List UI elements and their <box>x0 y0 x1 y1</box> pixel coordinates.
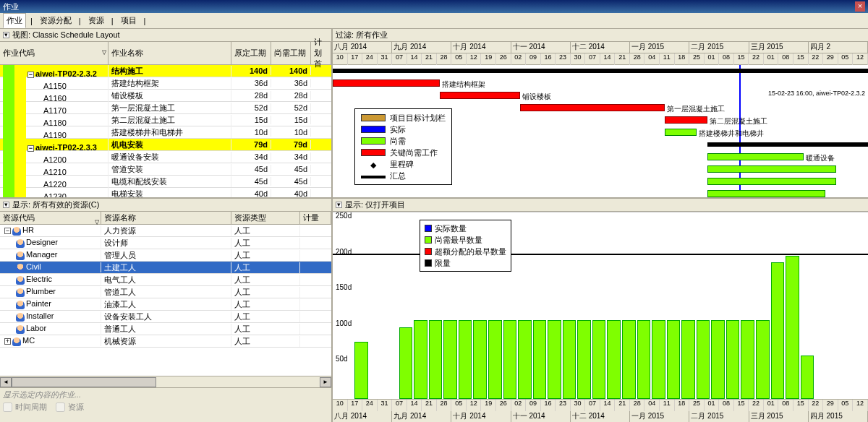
filter-header[interactable]: 过滤: 所有作业 <box>333 29 868 42</box>
list-item[interactable]: Designer设计师人工 <box>0 237 331 249</box>
table-row[interactable]: A1170第一层混凝土施工52d52d <box>0 102 331 114</box>
histogram-bar[interactable] <box>459 320 472 399</box>
gantt-bar[interactable] <box>707 142 868 147</box>
gantt-bar[interactable] <box>707 190 825 197</box>
scroll-left-icon[interactable]: ◄ <box>0 377 12 387</box>
histogram-header[interactable]: ▾ 显示: 仅打开项目 <box>333 199 868 212</box>
collapse-icon[interactable]: ▾ <box>3 32 9 38</box>
col-code[interactable]: 作业代码▽ <box>0 42 109 64</box>
histogram-bar[interactable] <box>756 320 770 399</box>
person-icon <box>16 251 25 260</box>
collapse-icon[interactable]: ▾ <box>3 202 9 208</box>
table-row[interactable]: A1180第二层混凝土施工15d15d <box>0 114 331 126</box>
table-row[interactable]: A1200暖通设备安装34d34d <box>0 151 331 163</box>
list-item[interactable]: Installer设备安装工人人工 <box>0 311 331 323</box>
list-item[interactable]: Painter油漆工人人工 <box>0 298 331 311</box>
task-table-body[interactable]: −aiwei-TP02-2.3.2结构施工140d140dA1150搭建结构框架… <box>0 65 331 197</box>
menu-tab-tasks[interactable]: 作业 <box>3 13 26 28</box>
table-row[interactable]: A1150搭建结构框架36d36d <box>0 77 331 90</box>
gantt-bar[interactable]: 第二层混凝土施工 <box>665 116 707 124</box>
histogram-bar[interactable] <box>741 320 754 399</box>
col-rescode[interactable]: 资源代码▽ <box>0 212 101 224</box>
table-row[interactable]: −aiwei-TP02-2.3.3机电安装79d79d <box>0 139 331 151</box>
table-row[interactable]: A1160铺设楼板28d28d <box>0 90 331 102</box>
histogram-bar[interactable] <box>399 327 413 399</box>
histogram-bar[interactable] <box>473 320 487 399</box>
menu-tab-project[interactable]: 项目 <box>118 14 140 27</box>
checkbox-time-period[interactable]: 时间周期 <box>3 402 47 413</box>
table-row[interactable]: A1190搭建楼梯井和电梯井10d10d <box>0 126 331 139</box>
histogram-bar[interactable] <box>771 262 785 399</box>
col-dur2[interactable]: 尚需工期 <box>271 42 311 64</box>
histogram-chart[interactable]: 实际数量尚需最早数量超额分配的最早数量限量 250d200d150d100d50… <box>333 212 868 399</box>
col-name[interactable]: 作业名称 <box>109 42 231 64</box>
histogram-bar[interactable] <box>577 320 591 399</box>
gantt-bar[interactable]: 搭建楼梯井和电梯井 <box>665 129 697 136</box>
gantt-bar[interactable]: 搭建结构框架 <box>333 79 440 87</box>
gantt-bar[interactable]: 暖通设备 <box>707 153 804 160</box>
histogram-bar[interactable] <box>652 320 665 399</box>
list-item[interactable]: +MC机械资源人工 <box>0 335 331 348</box>
histogram-bar[interactable] <box>667 320 681 399</box>
histogram-bar[interactable] <box>414 320 427 399</box>
histogram-bar[interactable] <box>354 342 368 399</box>
task-view-header[interactable]: ▾ 视图: Classic Schedule Layout <box>0 29 331 42</box>
gantt-bar[interactable] <box>707 178 836 185</box>
histogram-bar[interactable] <box>429 320 443 399</box>
gantt-bar[interactable] <box>333 69 868 73</box>
histogram-bar[interactable] <box>488 320 502 399</box>
expand-icon[interactable]: + <box>4 338 11 345</box>
status-panel: 显示选定内容的作业... 时间周期 资源 <box>0 387 331 422</box>
list-item[interactable]: Manager管理人员人工 <box>0 249 331 262</box>
histogram-bar[interactable] <box>548 320 561 399</box>
menu-tab-allocation[interactable]: 资源分配 <box>37 14 75 27</box>
resource-table-body[interactable]: −HR人力资源人工Designer设计师人工Manager管理人员人工Civil… <box>0 225 331 376</box>
histogram-bar[interactable] <box>726 320 740 399</box>
list-item[interactable]: Plumber管道工人人工 <box>0 286 331 298</box>
gantt-bar[interactable]: 铺设楼板 <box>440 92 520 99</box>
checkbox-resource[interactable]: 资源 <box>56 402 84 413</box>
scrollbar-horizontal[interactable]: ◄ ► <box>0 376 331 387</box>
histogram-bar[interactable] <box>622 320 636 399</box>
list-item[interactable]: Labor普通工人人工 <box>0 323 331 335</box>
histogram-bar[interactable] <box>681 320 695 399</box>
col-resname[interactable]: 资源名称 <box>101 212 231 224</box>
histogram-bar[interactable] <box>518 320 532 399</box>
table-row[interactable]: A1230电梯安装40d40d <box>0 188 331 197</box>
histogram-bar[interactable] <box>563 320 576 399</box>
gantt-bar[interactable]: 第一层混凝土施工 <box>520 104 665 111</box>
collapse-icon[interactable]: ▾ <box>336 202 342 208</box>
resource-view-header[interactable]: ▾ 显示: 所有有效的资源(C) <box>0 199 331 212</box>
histogram-bar[interactable] <box>786 256 799 399</box>
expand-icon[interactable]: − <box>4 228 11 234</box>
histogram-bar[interactable] <box>503 320 517 399</box>
table-row[interactable]: −aiwei-TP02-2.3.2结构施工140d140d <box>0 65 331 77</box>
window-titlebar: 作业 × <box>0 0 868 13</box>
timestamp-label: 15-02-23 16:00, aiwei-TP02-2.3.2 <box>768 90 865 97</box>
histogram-bar[interactable] <box>801 356 814 399</box>
gantt-chart[interactable]: 15-02-23 16:00, aiwei-TP02-2.3.2 项目目标计划栏… <box>333 65 868 197</box>
histogram-bar[interactable] <box>443 320 457 399</box>
scroll-right-icon[interactable]: ► <box>320 377 331 387</box>
col-restype[interactable]: 资源类型 <box>231 212 300 224</box>
list-item[interactable]: −HR人力资源人工 <box>0 225 331 237</box>
histogram-bar[interactable] <box>607 320 621 399</box>
list-item[interactable]: Civil土建工人人工 <box>0 262 331 274</box>
histogram-bar[interactable] <box>637 320 651 399</box>
person-icon <box>16 325 25 334</box>
scrollbar-thumb[interactable] <box>12 377 156 387</box>
gantt-bar[interactable] <box>707 165 836 173</box>
col-plan[interactable]: 计划首 <box>311 42 331 64</box>
histogram-bar[interactable] <box>711 320 725 399</box>
histogram-bar[interactable] <box>533 320 547 399</box>
list-item[interactable]: Electric电气工人人工 <box>0 274 331 286</box>
table-row[interactable]: A1210管道安装45d45d <box>0 163 331 176</box>
menu-tab-resources[interactable]: 资源 <box>85 14 107 27</box>
table-row[interactable]: A1220电缆和配线安装45d45d <box>0 176 331 188</box>
close-icon[interactable]: × <box>855 1 865 12</box>
col-dur1[interactable]: 原定工期 <box>231 42 271 64</box>
histogram-bar[interactable] <box>697 320 710 399</box>
person-icon <box>16 301 25 309</box>
histogram-bar[interactable] <box>592 320 606 399</box>
col-resunit[interactable]: 计量 <box>300 212 331 224</box>
